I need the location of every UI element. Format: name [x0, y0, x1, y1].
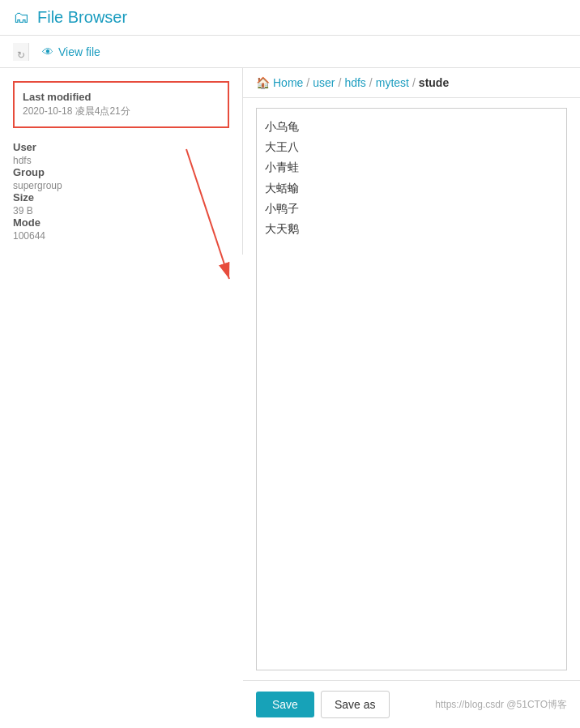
size-value: 39 B	[13, 205, 229, 216]
breadcrumb-sep-2: /	[338, 76, 341, 89]
last-modified-label: Last modified	[23, 91, 220, 103]
left-strip: ↻	[13, 43, 29, 61]
file-line: 大王八	[265, 137, 558, 157]
breadcrumb-user[interactable]: user	[313, 76, 335, 89]
file-line: 小鸭子	[265, 199, 558, 219]
group-label: Group	[13, 166, 229, 178]
toolbar: ↻ 👁 View file	[0, 36, 580, 68]
file-line: 小青蛙	[265, 157, 558, 178]
file-line: 大蛞蝓	[265, 178, 558, 199]
breadcrumb-sep-3: /	[369, 76, 373, 89]
breadcrumb: 🏠 Home / user / hdfs / mytest / stude	[243, 68, 580, 98]
file-line: 小乌龟	[265, 117, 558, 137]
sidebar: Last modified 2020-10-18 凌晨4点21分 User hd…	[0, 68, 243, 255]
save-as-button[interactable]: Save as	[321, 691, 390, 718]
group-section: Group supergroup	[13, 166, 229, 191]
main-content: Last modified 2020-10-18 凌晨4点21分 User hd…	[0, 68, 580, 728]
user-section: User hdfs	[13, 141, 229, 166]
breadcrumb-hdfs[interactable]: hdfs	[344, 76, 365, 89]
file-info-box: Last modified 2020-10-18 凌晨4点21分	[13, 81, 229, 128]
size-label: Size	[13, 191, 229, 203]
file-browser-icon: 🗂	[13, 8, 29, 27]
watermark: https://blog.csdr @51CTO博客	[435, 698, 567, 712]
app-title: File Browser	[37, 8, 127, 27]
breadcrumb-current: stude	[419, 76, 449, 89]
right-panel: 🏠 Home / user / hdfs / mytest / stude 小乌…	[243, 68, 580, 728]
header: 🗂 File Browser	[0, 0, 580, 36]
save-button[interactable]: Save	[256, 692, 314, 717]
view-file-label: View file	[58, 45, 100, 58]
breadcrumb-sep-4: /	[412, 76, 416, 89]
breadcrumb-sep-1: /	[306, 76, 309, 89]
user-value: hdfs	[13, 155, 229, 166]
bottom-toolbar: Save Save as https://blog.csdr @51CTO博客	[243, 680, 580, 728]
mode-label: Mode	[13, 216, 229, 229]
group-value: supergroup	[13, 180, 229, 191]
mode-value: 100644	[13, 230, 229, 242]
home-icon: 🏠	[256, 76, 270, 89]
file-content-area: 小乌龟大王八小青蛙大蛞蝓小鸭子大天鹅	[243, 98, 580, 680]
refresh-icon[interactable]: ↻	[17, 49, 25, 61]
mode-section: Mode 100644	[13, 216, 229, 242]
user-label: User	[13, 141, 229, 153]
file-content-box[interactable]: 小乌龟大王八小青蛙大蛞蝓小鸭子大天鹅	[256, 108, 567, 670]
sidebar-wrapper: Last modified 2020-10-18 凌晨4点21分 User hd…	[0, 68, 243, 728]
breadcrumb-mytest[interactable]: mytest	[376, 76, 409, 89]
eye-icon: 👁	[42, 45, 53, 58]
file-line: 大天鹅	[265, 219, 558, 239]
size-section: Size 39 B	[13, 191, 229, 216]
view-file-button[interactable]: 👁 View file	[42, 45, 100, 58]
breadcrumb-home[interactable]: Home	[273, 76, 303, 89]
last-modified-value: 2020-10-18 凌晨4点21分	[23, 105, 220, 118]
